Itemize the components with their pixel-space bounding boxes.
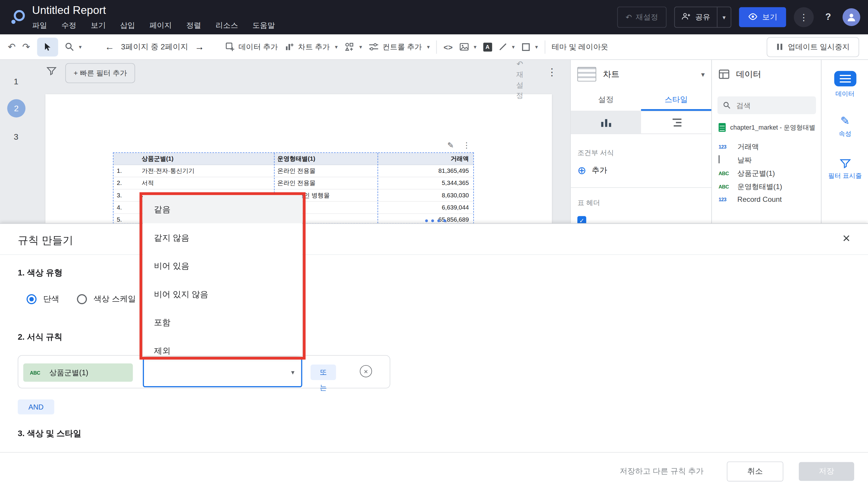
- eye-icon: [748, 12, 758, 22]
- menubar: 파일 수정 보기 삽입 페이지 정렬 리소스 도움말: [32, 21, 275, 30]
- selection-drag-handle[interactable]: [425, 219, 446, 222]
- field-chip[interactable]: ABC 상품군별(1): [23, 363, 133, 382]
- selection-guide-line: [377, 153, 378, 223]
- view-button[interactable]: 보기: [739, 7, 786, 27]
- next-page-button[interactable]: →: [195, 42, 204, 52]
- selection-tool-button[interactable]: [37, 37, 58, 56]
- chart-kebab-icon[interactable]: ⋮: [463, 141, 470, 150]
- help-button[interactable]: ?: [822, 11, 835, 23]
- menu-resource[interactable]: 리소스: [216, 21, 238, 30]
- share-options-caret[interactable]: ▾: [717, 7, 731, 27]
- close-icon[interactable]: ×: [843, 232, 850, 245]
- chevron-down-icon: ▾: [722, 13, 725, 21]
- table-row: 1.가전·전자·통신기기 온라인 전용몰81,365,495: [114, 165, 473, 177]
- looker-studio-logo[interactable]: [10, 8, 27, 27]
- rail-tab-filter-bar[interactable]: 필터 표시줄: [822, 158, 868, 180]
- dropdown-item-is-empty[interactable]: 비어 있음: [143, 252, 302, 280]
- text-type-icon: ABC: [718, 171, 733, 176]
- add-control-button[interactable]: 컨트롤 추가 ▾: [369, 42, 430, 52]
- tab-style[interactable]: 스타일: [641, 89, 711, 111]
- menu-edit[interactable]: 수정: [61, 21, 76, 30]
- or-button[interactable]: 또는: [310, 365, 336, 380]
- field-product-group[interactable]: ABC 상품군별(1): [718, 168, 775, 178]
- search-input[interactable]: [735, 100, 804, 110]
- page-thumb-1[interactable]: 1: [0, 76, 32, 86]
- redo-icon: ↷: [22, 42, 30, 52]
- tab-setup[interactable]: 설정: [570, 89, 641, 111]
- add-image-button[interactable]: ▾: [459, 42, 476, 51]
- page-indicator[interactable]: 3페이지 중 2페이지: [121, 42, 188, 52]
- dropdown-item-equals[interactable]: 같음: [143, 195, 302, 223]
- field-record-count[interactable]: 123 Record Count: [718, 195, 782, 203]
- collapse-caret-icon[interactable]: ▾: [701, 70, 705, 79]
- add-text-button[interactable]: A: [483, 42, 492, 51]
- field-amount[interactable]: 123 거래액: [718, 142, 759, 152]
- add-data-icon: [225, 42, 235, 52]
- theme-layout-button[interactable]: 테마 및 레이아웃: [552, 42, 608, 52]
- dropdown-item-not-equals[interactable]: 같지 않음: [143, 223, 302, 252]
- page-thumb-2-active[interactable]: 2: [7, 99, 25, 117]
- menu-page[interactable]: 페이지: [150, 21, 172, 30]
- report-title[interactable]: Untitled Report: [32, 4, 106, 17]
- embed-code-button[interactable]: <>: [443, 43, 453, 51]
- undo-button[interactable]: ↶: [8, 42, 16, 52]
- radio-option-color-scale[interactable]: 색상 스케일: [77, 293, 136, 304]
- filter-funnel-icon[interactable]: [46, 66, 57, 78]
- redo-button[interactable]: ↷: [22, 42, 30, 52]
- pause-updates-button[interactable]: 업데이트 일시중지: [767, 37, 859, 57]
- field-operation-type[interactable]: ABC 운영형태별(1): [718, 182, 782, 192]
- share-button-group: 공유 ▾: [674, 6, 732, 28]
- zoom-tool-button[interactable]: ▾: [64, 42, 82, 52]
- chart-edit-pencil-icon[interactable]: ✎: [447, 141, 454, 150]
- kebab-icon: ⋮: [799, 12, 808, 23]
- col-header-operation: 운영형태별(1): [274, 153, 377, 165]
- canvas-kebab-icon[interactable]: ⋮: [547, 66, 557, 78]
- add-conditional-format-button[interactable]: ⊕ 추가: [578, 165, 607, 176]
- chart-type-thumbnail-icon: [578, 67, 596, 82]
- dropdown-item-excludes[interactable]: 제외: [143, 337, 302, 356]
- plus-circle-icon: ⊕: [578, 165, 586, 176]
- canvas-reset-overlay[interactable]: ↶ 재설정: [515, 59, 524, 100]
- data-source-name: chapter1_market - 운영형태별: [730, 123, 815, 132]
- add-line-button[interactable]: ▾: [498, 42, 515, 51]
- condition-dropdown-menu: 같음 같지 않음 비어 있음 비어 있지 않음 포함 제외: [143, 195, 302, 356]
- save-and-add-button[interactable]: 저장하고 다른 규칙 추가: [620, 467, 704, 477]
- condition-select[interactable]: ▾: [143, 358, 302, 387]
- menu-help[interactable]: 도움말: [252, 21, 275, 30]
- menu-arrange[interactable]: 정렬: [186, 21, 201, 30]
- rail-tab-data[interactable]: 데이터: [822, 71, 868, 98]
- page-thumb-3[interactable]: 3: [0, 132, 32, 141]
- field-date[interactable]: 날짜: [718, 155, 751, 165]
- add-data-button[interactable]: 데이터 추가: [225, 42, 278, 52]
- data-source-row[interactable]: chapter1_market - 운영형태별: [718, 123, 815, 132]
- dropdown-item-contains[interactable]: 포함: [143, 308, 302, 336]
- table-style-option-lines[interactable]: [641, 111, 711, 134]
- remove-condition-button[interactable]: ×: [360, 365, 372, 377]
- rail-tab-properties[interactable]: ✎ 속성: [822, 115, 868, 138]
- table-style-option-bars[interactable]: [570, 111, 641, 134]
- field-search[interactable]: [717, 96, 816, 114]
- more-options-button[interactable]: ⋮: [794, 7, 814, 27]
- reset-button[interactable]: ↶ 재설정: [617, 6, 666, 28]
- menu-insert[interactable]: 삽입: [120, 21, 135, 30]
- add-chart-button[interactable]: 차트 추가 ▾: [285, 42, 338, 52]
- and-button[interactable]: AND: [18, 400, 54, 414]
- menu-file[interactable]: 파일: [32, 21, 47, 30]
- dropdown-item-is-not-empty[interactable]: 비어 있지 않음: [143, 280, 302, 308]
- quick-filter-add-button[interactable]: + 빠른 필터 추가: [65, 63, 135, 83]
- prev-page-button[interactable]: ←: [105, 42, 115, 52]
- modal-title: 규칙 만들기: [18, 233, 73, 248]
- cancel-button[interactable]: 취소: [727, 462, 783, 482]
- chevron-down-icon: ▾: [359, 44, 362, 50]
- menu-view[interactable]: 보기: [91, 21, 106, 30]
- chevron-down-icon: ▾: [79, 44, 82, 50]
- chart-panel-title: 차트: [603, 69, 619, 80]
- radio-option-solid[interactable]: 단색: [27, 293, 59, 304]
- community-visualizations-button[interactable]: ▾: [344, 42, 362, 52]
- save-button[interactable]: 저장: [799, 462, 854, 481]
- numeric-type-icon: 123: [718, 197, 733, 202]
- share-button[interactable]: 공유: [675, 7, 717, 27]
- user-avatar[interactable]: [843, 8, 860, 26]
- table-header-checkbox[interactable]: ✓: [578, 216, 586, 223]
- add-shape-button[interactable]: ▾: [521, 42, 538, 51]
